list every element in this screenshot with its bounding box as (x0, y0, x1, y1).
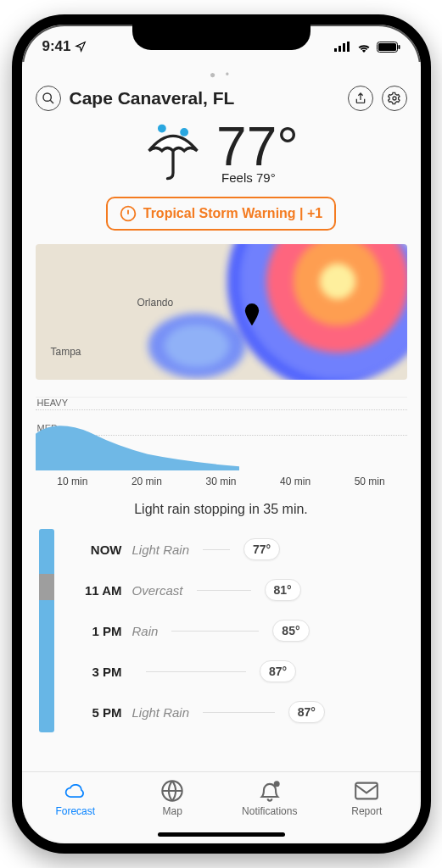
svg-rect-1 (338, 46, 341, 52)
cloud-icon (64, 779, 87, 803)
tab-label: Forecast (27, 805, 125, 817)
hourly-intensity-bar (39, 529, 54, 732)
hourly-temp: 77° (243, 538, 280, 560)
location-title[interactable]: Cape Canaveral, FL (70, 88, 339, 108)
share-icon (354, 92, 367, 105)
hourly-condition: Rain (132, 624, 159, 638)
search-button[interactable] (36, 86, 61, 111)
hourly-temp-line (203, 712, 275, 713)
page-indicator: ● • (36, 69, 407, 81)
svg-rect-15 (355, 783, 378, 799)
svg-rect-2 (343, 43, 345, 52)
hourly-condition: Light Rain (132, 542, 190, 557)
alert-text: Tropical Storm Warning | +1 (143, 206, 322, 221)
hourly-temp: 87° (288, 701, 325, 723)
search-icon (42, 92, 55, 105)
gear-icon (388, 92, 401, 105)
hourly-condition: Overcast (132, 583, 183, 598)
bell-alert-icon: ! (258, 779, 282, 803)
hourly-temp-line (171, 631, 259, 632)
svg-rect-0 (334, 48, 337, 52)
tab-label: Notifications (221, 805, 319, 817)
share-button[interactable] (348, 86, 373, 111)
precip-xtick: 40 min (280, 476, 311, 487)
precip-summary: Light rain stopping in 35 min. (36, 502, 407, 517)
hourly-temp: 87° (260, 660, 296, 682)
precip-chart: HEAVY MED LIGHT 10 min 20 min 30 min 40 … (36, 397, 407, 497)
map-label-tampa: Tampa (51, 346, 81, 358)
hourly-forecast[interactable]: NOWLight Rain77°11 AMOvercast81°1 PMRain… (36, 529, 407, 732)
hourly-time: 1 PM (70, 624, 122, 638)
hourly-temp-line (203, 549, 230, 550)
alert-icon (120, 205, 137, 222)
precip-xtick: 30 min (205, 476, 236, 487)
precip-xtick: 50 min (355, 476, 385, 487)
hourly-time: 5 PM (70, 705, 122, 720)
svg-point-9 (159, 125, 165, 131)
status-time: 9:41 (42, 38, 71, 55)
radar-map[interactable]: Orlando Tampa (36, 244, 407, 380)
precip-xtick: 20 min (131, 476, 162, 487)
wifi-icon (356, 42, 372, 53)
umbrella-rain-icon (143, 123, 203, 182)
settings-button[interactable] (382, 86, 407, 111)
map-pin-icon (243, 303, 260, 326)
hourly-condition: Light Rain (132, 705, 190, 720)
hourly-row[interactable]: 11 AMOvercast81° (70, 570, 407, 610)
battery-icon (377, 42, 400, 53)
svg-rect-5 (378, 43, 396, 51)
weather-alert[interactable]: Tropical Storm Warning | +1 (106, 197, 336, 231)
map-label-orlando: Orlando (137, 297, 174, 309)
tab-forecast[interactable]: Forecast (27, 779, 125, 817)
precip-level-heavy: HEAVY (37, 398, 68, 408)
hourly-row[interactable]: 5 PMLight Rain87° (70, 692, 407, 732)
home-indicator[interactable] (158, 832, 285, 837)
svg-point-10 (182, 129, 187, 135)
tab-report[interactable]: Report (318, 779, 416, 817)
globe-icon (160, 779, 184, 803)
current-temp: 77° (216, 120, 299, 174)
svg-rect-6 (398, 45, 400, 49)
hourly-time: 3 PM (70, 665, 122, 679)
hourly-row[interactable]: NOWLight Rain77° (70, 529, 407, 570)
svg-point-7 (43, 93, 51, 101)
current-conditions: 77° Feels 79° (36, 120, 407, 185)
tab-map[interactable]: Map (124, 779, 221, 817)
hourly-time: NOW (70, 542, 122, 557)
hourly-temp: 81° (265, 579, 301, 601)
hourly-row[interactable]: 3 PM87° (70, 651, 407, 692)
hourly-time: 11 AM (70, 583, 122, 598)
envelope-icon (355, 779, 378, 803)
hourly-temp-line (146, 671, 246, 672)
svg-point-8 (393, 97, 396, 100)
svg-rect-3 (347, 42, 350, 52)
precip-xtick: 10 min (57, 476, 87, 487)
tab-label: Report (318, 805, 416, 817)
hourly-row[interactable]: 1 PMRain85° (70, 610, 407, 651)
hourly-temp-line (197, 590, 251, 591)
tab-label: Map (124, 805, 221, 817)
tab-notifications[interactable]: ! Notifications (221, 779, 319, 817)
location-arrow-icon (75, 41, 87, 53)
hourly-temp: 85° (272, 620, 309, 642)
cellular-icon (334, 42, 351, 52)
